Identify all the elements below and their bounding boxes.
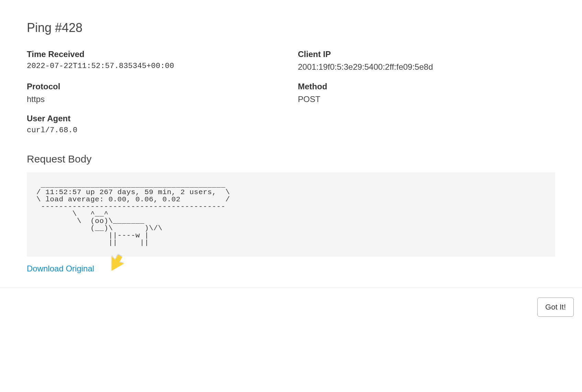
- field-protocol: Protocol https: [27, 82, 284, 105]
- protocol-value: https: [27, 93, 284, 105]
- method-label: Method: [298, 82, 555, 91]
- time-received-label: Time Received: [27, 49, 284, 59]
- client-ip-value: 2001:19f0:5:3e29:5400:2ff:fe09:5e8d: [298, 61, 555, 73]
- time-received-value: 2022-07-22T11:52:57.835345+00:00: [27, 61, 284, 72]
- protocol-label: Protocol: [27, 82, 284, 91]
- footer: Got It!: [0, 288, 582, 326]
- field-client-ip: Client IP 2001:19f0:5:3e29:5400:2ff:fe09…: [298, 49, 555, 73]
- page-title: Ping #428: [27, 21, 555, 35]
- download-original-link[interactable]: Download Original: [27, 264, 94, 273]
- user-agent-label: User Agent: [27, 114, 284, 123]
- user-agent-value: curl/7.68.0: [27, 125, 284, 136]
- got-it-button[interactable]: Got It!: [537, 298, 574, 317]
- client-ip-label: Client IP: [298, 49, 555, 59]
- field-user-agent: User Agent curl/7.68.0: [27, 114, 284, 136]
- request-body-heading: Request Body: [27, 153, 555, 165]
- request-body-content: ________________________________________…: [27, 172, 555, 257]
- method-value: POST: [298, 93, 555, 105]
- metadata-fields: Time Received 2022-07-22T11:52:57.835345…: [27, 49, 555, 136]
- field-time-received: Time Received 2022-07-22T11:52:57.835345…: [27, 49, 284, 73]
- field-method: Method POST: [298, 82, 555, 105]
